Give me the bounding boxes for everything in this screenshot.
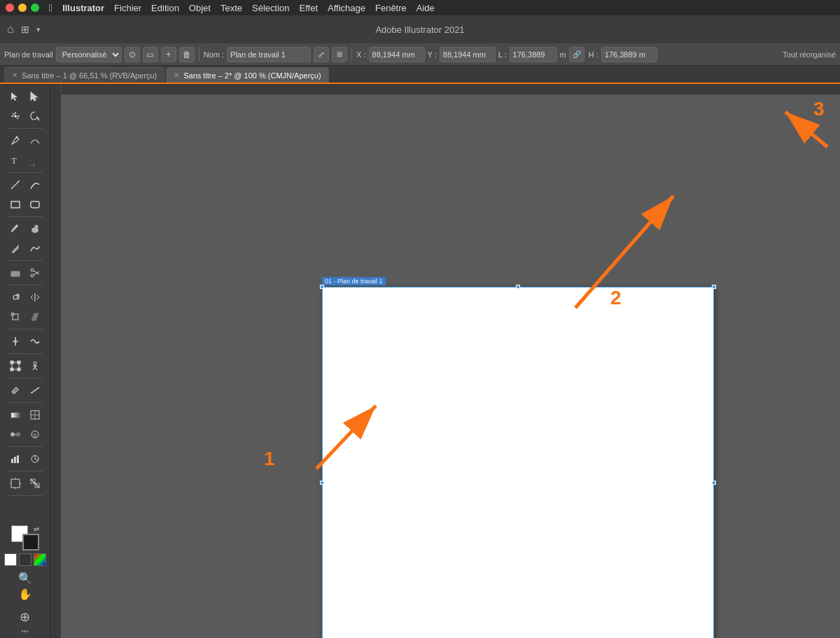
fullscreen-button[interactable]	[31, 3, 39, 12]
curvature-tool[interactable]	[26, 132, 44, 150]
svg-rect-32	[18, 368, 20, 371]
scissors-tool[interactable]	[26, 264, 44, 282]
menu-objet[interactable]: Objet	[189, 3, 211, 13]
arc-tool[interactable]	[26, 176, 44, 194]
tab-2-label: Sans titre – 2* @ 100 % (CMJN/Aperçu)	[183, 71, 321, 80]
artboard-name-input[interactable]	[227, 47, 311, 62]
artboard-handle-tl[interactable]	[320, 285, 324, 289]
vertical-type-tool[interactable]: T	[26, 151, 44, 169]
artboard-handle-tm[interactable]	[516, 285, 520, 289]
artboard-tool[interactable]	[6, 474, 24, 492]
preset-select[interactable]: Personnalisé	[56, 47, 122, 62]
lock-proportions-icon[interactable]: 🔗	[569, 47, 584, 62]
app-name[interactable]: Illustrator	[62, 3, 104, 13]
svg-point-15	[31, 227, 38, 233]
stroke-color[interactable]	[22, 534, 39, 551]
x-input[interactable]	[369, 47, 425, 62]
ruler-top	[50, 84, 840, 95]
toolbar: T T	[0, 84, 50, 638]
layers-icon[interactable]: ⊕	[20, 609, 30, 625]
artboard-handle-mr[interactable]	[712, 481, 716, 485]
symbol-tool[interactable]: S	[26, 425, 44, 444]
minimize-button[interactable]	[18, 3, 27, 12]
rect-tool[interactable]	[6, 195, 24, 213]
tab-1[interactable]: ✕ Sans titre – 1 @ 66,51 % (RVB/Aperçu)	[4, 67, 164, 83]
magic-wand-tool[interactable]	[6, 107, 24, 125]
y-input[interactable]	[440, 47, 496, 62]
arrow-3-number: 3	[813, 98, 825, 120]
fit-icon[interactable]: ⤢	[314, 47, 329, 62]
measure-tool[interactable]	[26, 381, 44, 399]
menu-selection[interactable]: Sélection	[252, 3, 289, 13]
artboard-border	[322, 287, 714, 638]
menu-edition[interactable]: Edition	[151, 3, 179, 13]
paintbrush-tool[interactable]	[6, 220, 24, 238]
column-graph-tool[interactable]	[6, 450, 24, 468]
artboard[interactable]: 01 - Plan de travail 1	[322, 287, 714, 638]
tab-2[interactable]: ✕ Sans titre – 2* @ 100 % (CMJN/Aperçu)	[166, 67, 328, 83]
shear-tool[interactable]	[26, 308, 44, 326]
scale-tool[interactable]	[6, 308, 24, 326]
puppet-warp-tool[interactable]	[26, 357, 44, 375]
add-artboard-icon[interactable]: +	[161, 47, 176, 62]
rotate-tool[interactable]	[6, 288, 24, 306]
menu-effet[interactable]: Effet	[300, 3, 318, 13]
fill-stroke-indicator[interactable]: ⇄	[11, 525, 39, 551]
grid-dropdown[interactable]: ▾	[36, 25, 41, 34]
pencil-tool[interactable]	[6, 239, 24, 257]
title-bar: ⌂ ⊞ ▾ Adobe Illustrator 2021	[0, 15, 840, 43]
gradient-tool[interactable]	[6, 406, 24, 424]
lasso-tool[interactable]	[26, 107, 44, 125]
swap-colors-icon[interactable]: ⇄	[34, 525, 39, 533]
grid-snapping-icon[interactable]: ⊞	[332, 47, 347, 62]
traffic-lights	[6, 3, 39, 12]
artboard-handle-ml[interactable]	[320, 481, 324, 485]
zoom-tool[interactable]: 🔍	[18, 572, 32, 585]
tab-2-close[interactable]: ✕	[174, 71, 179, 79]
tout-reorganise-button[interactable]: Tout réorganisé	[783, 50, 836, 59]
free-transform-tool[interactable]	[6, 357, 24, 375]
artboard-handle-tr[interactable]	[712, 285, 716, 289]
blob-brush-tool[interactable]	[26, 220, 44, 238]
delete-artboard-icon[interactable]: 🗑	[179, 47, 195, 62]
menu-fenetre[interactable]: Fenêtre	[375, 3, 407, 13]
svg-line-70	[785, 112, 827, 147]
svg-line-21	[34, 271, 39, 274]
hand-tool[interactable]: ✋	[18, 588, 32, 601]
menu-texte[interactable]: Texte	[220, 3, 242, 13]
reflect-tool[interactable]	[26, 288, 44, 306]
rounded-rect-tool[interactable]	[26, 195, 44, 213]
white-swatch[interactable]	[4, 553, 17, 566]
gradient-swatch[interactable]	[34, 553, 46, 566]
warp-tool[interactable]	[26, 332, 44, 350]
svg-line-8	[37, 117, 39, 120]
menu-aide[interactable]: Aide	[416, 3, 435, 13]
more-tools-icon[interactable]: •••	[21, 628, 29, 635]
artboard-options-icon[interactable]: ⊙	[125, 47, 140, 62]
width-tool[interactable]	[6, 332, 24, 350]
l-label: L :	[498, 50, 507, 59]
black-swatch[interactable]	[19, 553, 31, 566]
close-button[interactable]	[6, 3, 14, 12]
type-tool[interactable]: T	[6, 151, 24, 169]
tab-1-close[interactable]: ✕	[12, 71, 18, 79]
line-tool[interactable]	[6, 176, 24, 194]
smooth-tool[interactable]	[26, 239, 44, 257]
eraser-tool[interactable]	[6, 264, 24, 282]
artboard-landscape-icon[interactable]: ▭	[143, 47, 158, 62]
blend-tool[interactable]	[6, 425, 24, 444]
l-input[interactable]	[510, 47, 557, 62]
pen-tool[interactable]	[6, 132, 24, 150]
home-icon[interactable]: ⌂	[7, 23, 14, 36]
menu-affichage[interactable]: Affichage	[328, 3, 365, 13]
slice-tool[interactable]	[26, 474, 44, 492]
menu-fichier[interactable]: Fichier	[114, 3, 141, 13]
grid-view-icon[interactable]: ⊞	[21, 24, 29, 35]
direct-selection-tool[interactable]	[26, 87, 44, 106]
svg-point-19	[31, 269, 34, 271]
selection-tool[interactable]	[6, 87, 24, 106]
eyedropper-tool[interactable]	[6, 381, 24, 399]
h-input[interactable]	[601, 47, 657, 62]
mesh-tool[interactable]	[26, 406, 44, 424]
pie-graph-tool[interactable]	[26, 450, 44, 468]
